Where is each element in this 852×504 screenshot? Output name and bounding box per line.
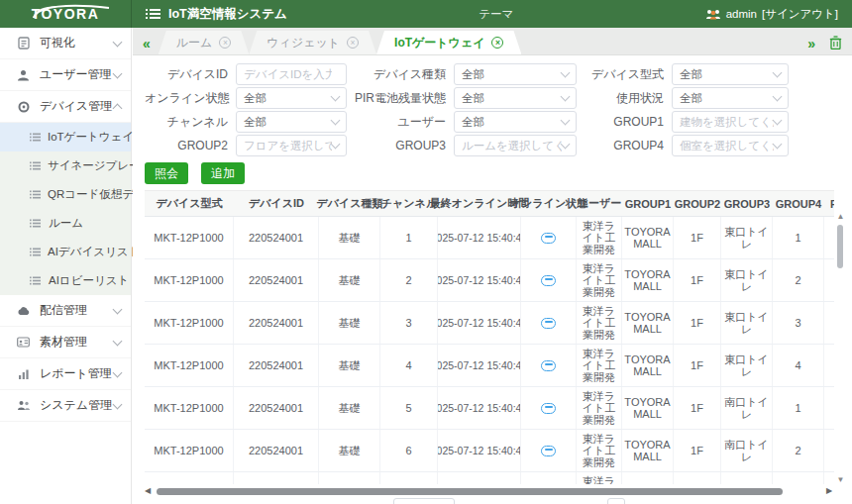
horizontal-scrollbar-thumb[interactable] — [157, 488, 783, 495]
menu-list-icon[interactable] — [146, 8, 160, 20]
cloud-icon — [16, 306, 31, 316]
filter-control[interactable]: 個室を選択してください。 — [672, 135, 789, 156]
sidebar-subitem[interactable]: AIデバイスリスト — [0, 238, 131, 266]
cell-last-online: 2025-07-12 15:40:49 — [438, 259, 521, 301]
table-header-cell[interactable]: GROUP4 — [773, 191, 824, 216]
table-header-cell[interactable]: デバイスID — [234, 191, 319, 216]
user-menu[interactable]: admin [サインアウト] — [705, 7, 838, 22]
filter-control[interactable]: フロアを選択してください。 — [236, 135, 347, 156]
cell-channel: 5 — [380, 387, 438, 429]
trash-icon[interactable] — [829, 36, 842, 50]
table-row[interactable]: MKT-12P1000 220524001 基礎 2 2025-07-12 15… — [145, 259, 834, 302]
sidebar-item-report-management[interactable]: レポート管理 — [0, 358, 131, 390]
table-header-cell[interactable]: デバイス種類 — [319, 191, 380, 216]
scroll-left-arrow-icon[interactable]: ◀ — [145, 486, 153, 496]
table-row[interactable]: MKT-12P1000 220524001 基礎 4 2025-07-12 15… — [145, 345, 834, 387]
scroll-right-arrow-icon[interactable]: ▶ — [826, 486, 834, 496]
filter-control[interactable]: 全部 — [454, 63, 577, 85]
tabs-scroll-left-button[interactable]: « — [143, 37, 151, 50]
online-link-icon[interactable] — [541, 233, 556, 244]
pagination-page-button[interactable] — [607, 498, 625, 504]
cell-device-type: 基礎 — [319, 387, 380, 429]
table-header-cell[interactable]: GROUP2 — [674, 191, 721, 216]
sidebar-item-device-management[interactable]: デバイス管理 — [0, 91, 131, 123]
filter-label: 使用状況 — [585, 87, 664, 109]
cell-user: 東洋ライト工業開発 — [577, 472, 622, 484]
search-button[interactable]: 照会 — [145, 162, 188, 184]
filter-value: 建物を選択してください。 — [680, 115, 774, 130]
tabs-scroll-right-button[interactable]: » — [807, 37, 815, 50]
device-table: デバイス型式 デバイスID デバイス種類 チャンネル 最終オンライン時間 オンラ… — [145, 190, 834, 484]
filter-control[interactable]: 全部 — [672, 63, 789, 85]
scroll-down-arrow-icon[interactable]: ▼ — [836, 475, 845, 485]
sidebar-item-user-management[interactable]: ユーザー管理 — [0, 59, 131, 91]
sidebar-item-system-management[interactable]: システム管理 — [0, 390, 131, 422]
scroll-up-arrow-icon[interactable]: ▲ — [836, 212, 845, 222]
sidebar-item-distribution-management[interactable]: 配信管理 — [0, 295, 131, 327]
cell-group4: 3 — [773, 302, 824, 344]
filter-control[interactable]: 全部 — [236, 87, 347, 109]
tab-room[interactable]: ルーム × — [159, 31, 250, 54]
filter-control[interactable]: 全部 — [454, 111, 577, 133]
filter-label: デバイス型式 — [585, 63, 664, 85]
online-link-icon[interactable] — [541, 403, 556, 414]
filter-control[interactable]: 全部 — [454, 87, 577, 109]
tab-widget[interactable]: ウィジェット × — [249, 31, 376, 54]
chevron-down-icon — [113, 367, 123, 377]
filter-control[interactable]: 全部 — [236, 111, 347, 133]
signout-link[interactable]: [サインアウト] — [762, 7, 838, 22]
table-header-cell[interactable]: 最終オンライン時間 — [438, 191, 521, 216]
theme-button[interactable]: テーマ — [469, 7, 523, 22]
user-group-icon — [705, 8, 721, 20]
cell-group3: 南口トイレ — [721, 387, 773, 429]
table-row[interactable]: MKT-12P1000 220524001 基礎 5 2025-07-12 15… — [145, 387, 834, 430]
filter-control[interactable]: 建物を選択してください。 — [672, 111, 789, 133]
cell-group2: 1F — [674, 345, 721, 386]
filter-control[interactable]: ルームを選択してください。 — [454, 135, 577, 156]
online-link-icon[interactable] — [541, 318, 556, 329]
online-link-icon[interactable] — [541, 360, 556, 371]
brand-logo[interactable]: TOYORA — [0, 0, 132, 28]
table-header-cell[interactable]: GROUP3 — [721, 191, 773, 216]
filter-control[interactable]: 全部 — [672, 87, 789, 109]
table-row[interactable]: 東洋ライト工業開発 — [145, 472, 834, 484]
table-row[interactable]: MKT-12P1000 220524001 基礎 3 2025-07-12 15… — [145, 302, 834, 345]
sidebar-item-visualization[interactable]: 可視化 — [0, 28, 131, 59]
table-header-cell[interactable]: GROUP1 — [622, 191, 674, 216]
sidebar-subitem[interactable]: ルーム — [0, 209, 131, 238]
table-row[interactable]: MKT-12P1000 220524001 基礎 6 2025-07-12 15… — [145, 430, 834, 472]
table-header-cell[interactable]: ユーザー — [577, 191, 622, 216]
cell-group2: 1F — [674, 259, 721, 301]
device-management-submenu: IoTゲートウェイ サイネージプレーヤー QRコード仮想デバイス — [0, 123, 131, 295]
filter-label: PIR電池残量状態 — [355, 87, 446, 109]
filter-control[interactable]: デバイスIDを入力してください。 — [236, 63, 347, 85]
sidebar-subitem[interactable]: サイネージプレーヤー — [0, 151, 131, 180]
cell-extra — [824, 217, 834, 258]
pagination-page-size[interactable] — [393, 498, 455, 504]
vertical-scrollbar-thumb[interactable] — [837, 225, 843, 268]
table-row[interactable]: MKT-12P1000 220524001 基礎 1 2025-07-12 15… — [145, 217, 834, 259]
table-header-cell[interactable]: P — [824, 191, 834, 216]
close-tab-icon[interactable]: × — [491, 37, 503, 49]
table-header-cell[interactable]: デバイス型式 — [145, 191, 234, 216]
tab-iot-gateway[interactable]: IoTゲートウェイ × — [376, 31, 521, 54]
online-link-icon[interactable] — [541, 446, 556, 456]
close-tab-icon[interactable]: × — [347, 37, 359, 49]
close-tab-icon[interactable]: × — [219, 37, 231, 49]
sidebar-item-material-management[interactable]: 素材管理 — [0, 327, 131, 358]
filter-form: デバイスID デバイスIDを入力してください。 デバイス種類 全部 デバイス型式… — [133, 55, 852, 156]
table-header-cell[interactable]: オンライン状態 — [521, 191, 577, 216]
add-button[interactable]: 追加 — [201, 162, 245, 184]
horizontal-scrollbar[interactable]: ◀ ▶ — [145, 486, 834, 496]
filter-label: ユーザー — [355, 111, 446, 133]
cell-group2: 1F — [674, 217, 721, 258]
sidebar-subitem[interactable]: IoTゲートウェイ — [0, 123, 131, 151]
cell-user: 東洋ライト工業開発 — [577, 217, 622, 258]
cell-last-online: 2025-07-12 15:40:49 — [438, 430, 521, 471]
vertical-scrollbar[interactable]: ▲ ▼ — [836, 212, 845, 485]
cell-extra — [824, 302, 834, 344]
sidebar-subitem[interactable]: AIロビーリスト — [0, 266, 131, 295]
cell-device-id: 220524001 — [234, 430, 319, 471]
online-link-icon[interactable] — [541, 275, 556, 286]
sidebar-subitem[interactable]: QRコード仮想デバイス — [0, 180, 131, 209]
